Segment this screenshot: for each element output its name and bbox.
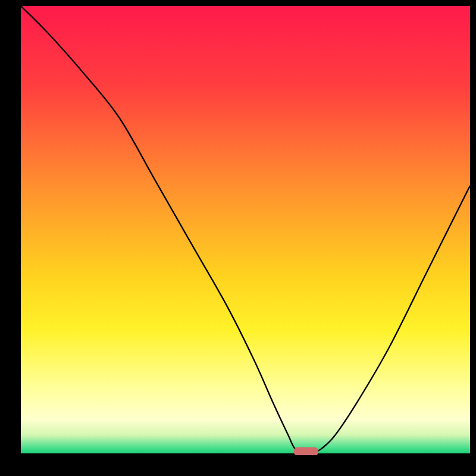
plot-area — [21, 6, 470, 455]
bottleneck-chart — [21, 6, 470, 455]
gradient-background — [21, 6, 470, 455]
optimal-marker — [294, 447, 319, 455]
chart-frame: TheBottleneck.com — [0, 0, 476, 476]
